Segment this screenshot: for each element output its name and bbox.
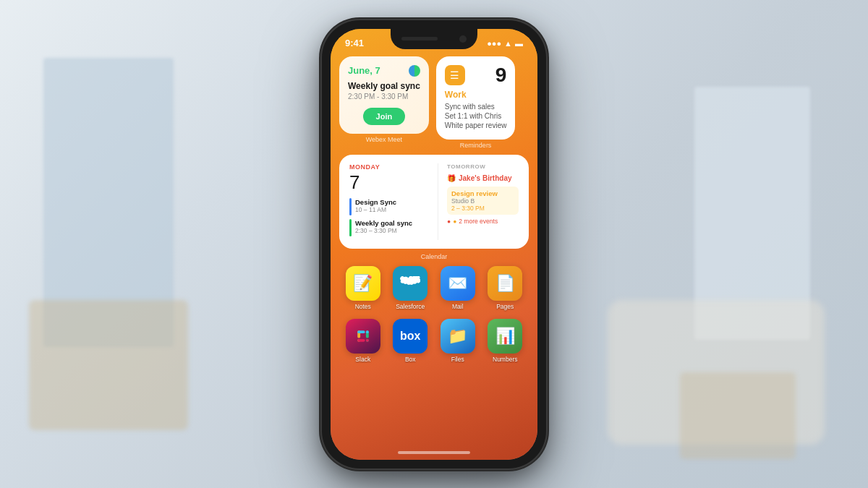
camera — [459, 35, 467, 43]
box-icon: box — [393, 319, 427, 354]
app-notes[interactable]: 📝 Notes — [342, 266, 384, 310]
reminder-item-2: Set 1:1 with Chris — [445, 112, 507, 120]
calendar-widget[interactable]: MONDAY 7 Design Sync 10 – 11 AM — [339, 155, 529, 249]
dot-icon-1: ● — [447, 218, 451, 225]
event-1-time: 10 – 11 AM — [355, 206, 396, 213]
calendar-day-name: MONDAY — [349, 163, 429, 171]
salesforce-label: Salesforce — [396, 303, 425, 310]
speaker — [401, 37, 438, 40]
tomorrow-label: TOMORROW — [447, 163, 519, 170]
app-grid-row2: Slack box Box 📁 Files 📊 Numbers — [339, 316, 529, 366]
status-icons: ●●● ▲ ▬ — [487, 39, 523, 48]
review-title: Design review — [451, 189, 514, 197]
widgets-row-1: June, 7 Weekly goal sync 2:30 PM - 3:30 … — [339, 56, 529, 149]
birthday-text: Jake's Birthday — [459, 174, 512, 182]
webex-widget-label: Webex Meet — [339, 136, 429, 143]
phone-device: 9:41 ●●● ▲ ▬ June, 7 Weekly goal sy — [322, 20, 546, 468]
signal-icon: ●●● — [487, 39, 501, 48]
dot-icon-2: ● — [453, 218, 456, 225]
pages-label: Pages — [496, 303, 514, 310]
files-label: Files — [451, 356, 464, 363]
event-2-title: Weekly goal sync — [355, 219, 412, 227]
notes-label: Notes — [355, 303, 371, 310]
event-bar-1 — [349, 198, 352, 215]
salesforce-icon — [393, 266, 427, 301]
webex-meeting-time: 2:30 PM - 3:30 PM — [348, 93, 420, 100]
status-time: 9:41 — [345, 38, 364, 48]
battery-icon: ▬ — [515, 39, 523, 48]
event-2-details: Weekly goal sync 2:30 – 3:30 PM — [355, 219, 412, 234]
notes-icon: 📝 — [346, 266, 380, 301]
design-review-event: Design review Studio B 2 – 3:30 PM — [447, 187, 519, 215]
app-mail[interactable]: ✉️ Mail — [437, 266, 479, 310]
bg-table-left — [29, 300, 188, 430]
webex-date-line: June, 7 — [348, 65, 420, 77]
app-slack[interactable]: Slack — [342, 319, 384, 363]
reminders-category: Work — [445, 90, 507, 100]
event-bar-2 — [349, 219, 352, 236]
app-box[interactable]: box Box — [390, 319, 432, 363]
bg-table-right — [680, 372, 796, 459]
svg-rect-4 — [357, 330, 365, 333]
files-icon: 📁 — [441, 319, 475, 354]
app-grid-row1: 📝 Notes Salesforce ✉️ Mail — [339, 263, 529, 313]
reminders-widget-container: ☰ 9 Work Sync with sales Set 1:1 with Ch… — [436, 56, 516, 149]
svg-rect-5 — [366, 330, 369, 333]
reminder-item-3: White paper review — [445, 121, 507, 129]
more-events: ● ● 2 more events — [447, 218, 519, 225]
cal-event-design-sync: Design Sync 10 – 11 AM — [349, 198, 429, 215]
mail-icon: ✉️ — [441, 266, 475, 301]
slack-label: Slack — [355, 356, 370, 363]
svg-rect-6 — [357, 338, 365, 341]
webex-widget-container: June, 7 Weekly goal sync 2:30 PM - 3:30 … — [339, 56, 429, 149]
wifi-icon: ▲ — [504, 39, 512, 48]
box-label: Box — [405, 356, 416, 363]
home-indicator[interactable] — [398, 451, 470, 454]
webex-widget[interactable]: June, 7 Weekly goal sync 2:30 PM - 3:30 … — [339, 56, 429, 134]
mail-label: Mail — [452, 303, 464, 310]
cal-event-goal-sync: Weekly goal sync 2:30 – 3:30 PM — [349, 219, 429, 236]
slack-icon — [346, 319, 380, 354]
calendar-widget-container: MONDAY 7 Design Sync 10 – 11 AM — [339, 155, 529, 260]
webex-logo-icon — [409, 65, 420, 77]
gift-icon: 🎁 — [447, 174, 456, 182]
reminders-widget-label: Reminders — [436, 142, 516, 149]
review-time: 2 – 3:30 PM — [451, 205, 514, 212]
calendar-day-num: 7 — [349, 171, 429, 194]
event-2-time: 2:30 – 3:30 PM — [355, 227, 412, 234]
svg-rect-7 — [366, 338, 369, 341]
calendar-today: MONDAY 7 Design Sync 10 – 11 AM — [349, 163, 429, 240]
birthday-event: 🎁 Jake's Birthday — [447, 174, 519, 182]
numbers-label: Numbers — [493, 356, 517, 363]
notch — [391, 29, 477, 49]
screen-content: June, 7 Weekly goal sync 2:30 PM - 3:30 … — [331, 56, 537, 460]
calendar-tomorrow: TOMORROW 🎁 Jake's Birthday Design review… — [438, 163, 519, 240]
pages-icon: 📄 — [488, 266, 522, 301]
numbers-icon: 📊 — [488, 319, 522, 354]
app-pages[interactable]: 📄 Pages — [485, 266, 527, 310]
event-1-title: Design Sync — [355, 198, 396, 206]
reminders-count: 9 — [495, 65, 507, 85]
event-1-details: Design Sync 10 – 11 AM — [355, 198, 396, 213]
more-events-text: 2 more events — [459, 218, 498, 225]
reminder-item-1: Sync with sales — [445, 103, 507, 111]
webex-date: June, 7 — [348, 65, 380, 76]
app-numbers[interactable]: 📊 Numbers — [485, 319, 527, 363]
calendar-widget-label: Calendar — [339, 253, 529, 260]
app-files[interactable]: 📁 Files — [437, 319, 479, 363]
app-salesforce[interactable]: Salesforce — [390, 266, 432, 310]
reminders-header: ☰ 9 — [445, 65, 507, 85]
webex-meeting-title: Weekly goal sync — [348, 81, 420, 91]
join-button[interactable]: Join — [363, 108, 406, 125]
calendar-inner: MONDAY 7 Design Sync 10 – 11 AM — [349, 163, 519, 240]
reminders-icon: ☰ — [445, 65, 465, 85]
reminders-widget[interactable]: ☰ 9 Work Sync with sales Set 1:1 with Ch… — [436, 56, 516, 140]
phone-screen: 9:41 ●●● ▲ ▬ June, 7 Weekly goal sy — [331, 29, 537, 460]
review-location: Studio B — [451, 197, 514, 205]
